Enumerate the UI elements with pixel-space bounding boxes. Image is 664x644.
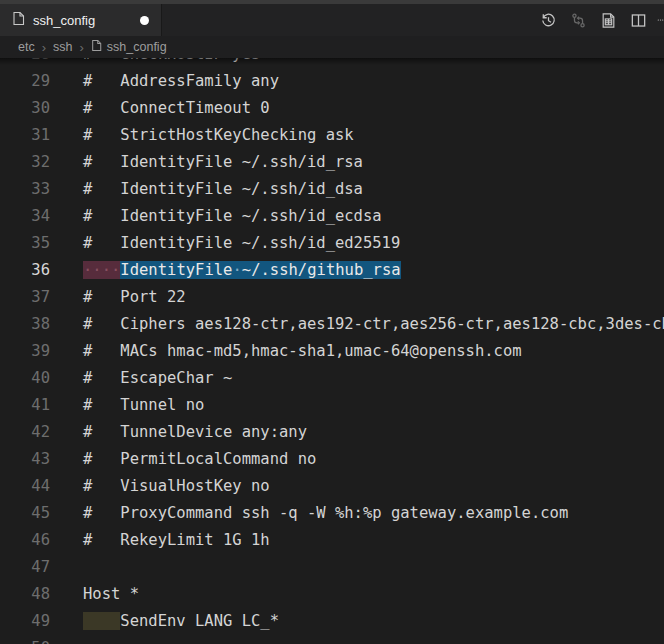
code-line[interactable]: 31# StrictHostKeyChecking ask — [0, 122, 664, 149]
line-number[interactable]: 34 — [0, 203, 50, 230]
code-line[interactable]: 38# Ciphers aes128-ctr,aes192-ctr,aes256… — [0, 311, 664, 338]
editor-tab-bar: ssh_config — [0, 4, 664, 36]
open-preview-icon[interactable] — [597, 9, 619, 31]
indent-highlight — [83, 612, 120, 630]
code-line[interactable]: 33# IdentityFile ~/.ssh/id_dsa — [0, 176, 664, 203]
line-content: # Port 22 — [50, 284, 186, 311]
line-number[interactable]: 43 — [0, 446, 50, 473]
code-line[interactable]: 43# PermitLocalCommand no — [0, 446, 664, 473]
editor-actions — [537, 4, 664, 36]
line-content: # Tunnel no — [50, 392, 204, 419]
line-content: # RekeyLimit 1G 1h — [50, 527, 270, 554]
line-number[interactable]: 44 — [0, 473, 50, 500]
line-number[interactable]: 49 — [0, 608, 50, 635]
line-number[interactable]: 36 — [0, 257, 50, 284]
breadcrumb: etc › ssh › ssh_config — [0, 36, 664, 58]
breadcrumb-etc[interactable]: etc — [18, 40, 35, 54]
code-line[interactable]: 42# TunnelDevice any:any — [0, 419, 664, 446]
code-line[interactable]: 28# CheckHostIP yes — [0, 58, 664, 68]
code-line[interactable]: 32# IdentityFile ~/.ssh/id_rsa — [0, 149, 664, 176]
line-content: # Ciphers aes128-ctr,aes192-ctr,aes256-c… — [50, 311, 664, 338]
line-number[interactable]: 33 — [0, 176, 50, 203]
line-number[interactable]: 46 — [0, 527, 50, 554]
tab-title: ssh_config — [33, 13, 95, 28]
line-number[interactable]: 39 — [0, 338, 50, 365]
code-line[interactable]: 41# Tunnel no — [0, 392, 664, 419]
line-number[interactable]: 40 — [0, 365, 50, 392]
whitespace-highlight: ···· — [83, 261, 120, 279]
unsaved-changes-dot[interactable] — [140, 16, 149, 25]
line-content: # StrictHostKeyChecking ask — [50, 122, 354, 149]
code-line[interactable]: 45# ProxyCommand ssh -q -W %h:%p gateway… — [0, 500, 664, 527]
line-content: # PermitLocalCommand no — [50, 446, 316, 473]
line-content: # IdentityFile ~/.ssh/id_rsa — [50, 149, 363, 176]
line-number[interactable]: 48 — [0, 581, 50, 608]
line-content: # CheckHostIP yes — [50, 58, 260, 68]
more-actions-icon[interactable] — [657, 9, 664, 31]
file-icon — [91, 39, 102, 55]
code-line[interactable]: 30# ConnectTimeout 0 — [0, 95, 664, 122]
code-line[interactable]: 35# IdentityFile ~/.ssh/id_ed25519 — [0, 230, 664, 257]
code-line[interactable]: 29# AddressFamily any — [0, 68, 664, 95]
line-number[interactable]: 28 — [0, 58, 50, 68]
line-number[interactable]: 45 — [0, 500, 50, 527]
code-text: SendEnv LANG LC_* — [120, 612, 279, 630]
split-editor-icon[interactable] — [627, 9, 649, 31]
whitespace-dot: · — [232, 261, 241, 279]
code-line[interactable]: 48Host * — [0, 581, 664, 608]
history-icon[interactable] — [537, 9, 559, 31]
code-lines: 28# CheckHostIP yes29# AddressFamily any… — [0, 58, 664, 644]
line-content: # IdentityFile ~/.ssh/id_ecdsa — [50, 203, 382, 230]
line-number[interactable]: 41 — [0, 392, 50, 419]
selected-text[interactable]: IdentityFile·~/.ssh/github_rsa — [120, 261, 400, 279]
code-line[interactable]: 49 SendEnv LANG LC_* — [0, 608, 664, 635]
tab-ssh-config[interactable]: ssh_config — [0, 4, 162, 36]
line-number[interactable]: 30 — [0, 95, 50, 122]
line-number[interactable]: 35 — [0, 230, 50, 257]
line-number[interactable]: 31 — [0, 122, 50, 149]
line-content: # TunnelDevice any:any — [50, 419, 307, 446]
line-content: ····IdentityFile·~/.ssh/github_rsa — [50, 257, 401, 284]
code-line[interactable]: 37# Port 22 — [0, 284, 664, 311]
vscode-window: ssh_config — [0, 0, 664, 644]
line-number[interactable]: 32 — [0, 149, 50, 176]
compare-changes-icon[interactable] — [567, 9, 589, 31]
chevron-right-icon: › — [79, 40, 83, 55]
line-content: # EscapeChar ~ — [50, 365, 232, 392]
line-content: # IdentityFile ~/.ssh/id_dsa — [50, 176, 363, 203]
code-line[interactable]: 50 — [0, 635, 664, 644]
breadcrumb-filename: ssh_config — [107, 40, 167, 54]
line-number[interactable]: 47 — [0, 554, 50, 581]
line-number[interactable]: 38 — [0, 311, 50, 338]
code-line[interactable]: 36····IdentityFile·~/.ssh/github_rsa — [0, 257, 664, 284]
line-number[interactable]: 50 — [0, 635, 50, 644]
line-content: Host * — [50, 581, 139, 608]
code-line[interactable]: 40# EscapeChar ~ — [0, 365, 664, 392]
code-line[interactable]: 39# MACs hmac-md5,hmac-sha1,umac-64@open… — [0, 338, 664, 365]
code-line[interactable]: 44# VisualHostKey no — [0, 473, 664, 500]
code-line[interactable]: 34# IdentityFile ~/.ssh/id_ecdsa — [0, 203, 664, 230]
line-number[interactable]: 42 — [0, 419, 50, 446]
line-content: # AddressFamily any — [50, 68, 279, 95]
breadcrumb-ssh[interactable]: ssh — [53, 40, 72, 54]
line-content — [50, 635, 83, 644]
file-icon — [12, 11, 25, 29]
line-content — [50, 554, 83, 581]
line-content: # IdentityFile ~/.ssh/id_ed25519 — [50, 230, 400, 257]
line-content: # ConnectTimeout 0 — [50, 95, 270, 122]
line-number[interactable]: 29 — [0, 68, 50, 95]
line-content: # ProxyCommand ssh -q -W %h:%p gateway.e… — [50, 500, 568, 527]
line-content: SendEnv LANG LC_* — [50, 608, 279, 635]
line-content: # VisualHostKey no — [50, 473, 270, 500]
code-editor[interactable]: 28# CheckHostIP yes29# AddressFamily any… — [0, 58, 664, 644]
breadcrumb-file[interactable]: ssh_config — [91, 39, 167, 55]
code-line[interactable]: 47 — [0, 554, 664, 581]
line-number[interactable]: 37 — [0, 284, 50, 311]
line-content: # MACs hmac-md5,hmac-sha1,umac-64@openss… — [50, 338, 522, 365]
chevron-right-icon: › — [42, 40, 46, 55]
code-line[interactable]: 46# RekeyLimit 1G 1h — [0, 527, 664, 554]
